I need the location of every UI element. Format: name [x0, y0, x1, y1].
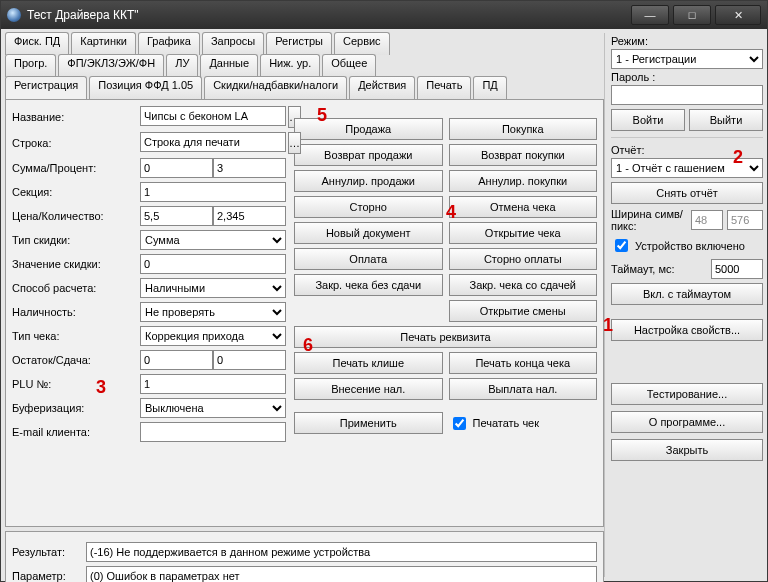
tab-fp-eklz[interactable]: ФП/ЭКЛЗ/ЭЖ/ФН	[58, 54, 164, 77]
chk-device-on-box[interactable]	[615, 239, 628, 252]
mode-select[interactable]: 1 - Регистрации	[611, 49, 763, 69]
width-chars	[691, 210, 723, 230]
title-bar: Тест Драйвера ККТ" — □ ✕	[1, 1, 767, 29]
tab-pd[interactable]: ПД	[473, 76, 506, 99]
label-name: Название:	[12, 111, 124, 123]
remain-input[interactable]	[140, 350, 213, 370]
btn-buy[interactable]: Покупка	[449, 118, 598, 140]
tab-servis[interactable]: Сервис	[334, 32, 390, 55]
tab-positsiya-ffd[interactable]: Позиция ФФД 1.05	[89, 76, 202, 99]
btn-ann-buy[interactable]: Аннулир. покупки	[449, 170, 598, 192]
properties-button[interactable]: Настройка свойств...	[611, 319, 763, 341]
email-input[interactable]	[140, 422, 286, 442]
label-sum-percent: Сумма/Процент:	[12, 162, 124, 174]
btn-print-req[interactable]: Печать реквизита	[294, 326, 597, 348]
width-px	[727, 210, 763, 230]
tab-pechat[interactable]: Печать	[417, 76, 471, 99]
maximize-button[interactable]: □	[673, 5, 711, 25]
timeout-input[interactable]	[711, 259, 763, 279]
pay-method-select[interactable]: Наличными	[140, 278, 286, 298]
chk-print-check[interactable]: Печатать чек	[449, 412, 598, 434]
close-window-button[interactable]: ✕	[715, 5, 761, 25]
btn-print-cliche[interactable]: Печать клише	[294, 352, 443, 374]
line-more-button[interactable]: …	[288, 132, 301, 154]
close-button[interactable]: Закрыть	[611, 439, 763, 461]
label-pay-method: Способ расчета:	[12, 282, 124, 294]
label-cash: Наличность:	[12, 306, 124, 318]
percent-input[interactable]	[213, 158, 286, 178]
tab-dannye[interactable]: Данные	[200, 54, 258, 77]
chk-device-on[interactable]: Устройство включено	[611, 236, 763, 255]
registration-pane: 5 4 6 3 Название: … Продажа Покупка	[5, 99, 604, 527]
btn-ret-buy[interactable]: Возврат покупки	[449, 144, 598, 166]
check-type-select[interactable]: Коррекция прихода	[140, 326, 286, 346]
btn-close-change[interactable]: Закр. чека со сдачей	[449, 274, 598, 296]
status-pane: Результат: Параметр:	[5, 531, 604, 582]
btn-cancel-check[interactable]: Отмена чека	[449, 196, 598, 218]
logout-button[interactable]: Выйти	[689, 109, 763, 131]
btn-storno-pay[interactable]: Сторно оплаты	[449, 248, 598, 270]
btn-new-doc[interactable]: Новый документ	[294, 222, 443, 244]
chk-device-on-label: Устройство включено	[635, 240, 745, 252]
qty-input[interactable]	[213, 206, 286, 226]
section-input[interactable]	[140, 182, 286, 202]
tab-nizh-ur[interactable]: Ниж. ур.	[260, 54, 320, 77]
minimize-button[interactable]: —	[631, 5, 669, 25]
btn-cash-out[interactable]: Выплата нал.	[449, 378, 598, 400]
buffering-select[interactable]: Выключена	[140, 398, 286, 418]
chk-print-check-label: Печатать чек	[473, 417, 540, 429]
cash-select[interactable]: Не проверять	[140, 302, 286, 322]
label-plu: PLU №:	[12, 378, 124, 390]
label-check-type: Тип чека:	[12, 330, 124, 342]
btn-open-check[interactable]: Открытие чека	[449, 222, 598, 244]
plu-input[interactable]	[140, 374, 286, 394]
line-input[interactable]	[140, 132, 286, 152]
btn-ret-sale[interactable]: Возврат продажи	[294, 144, 443, 166]
tab-registry[interactable]: Регистры	[266, 32, 332, 55]
testing-button[interactable]: Тестирование...	[611, 383, 763, 405]
report-select[interactable]: 1 - Отчёт с гашением	[611, 158, 763, 178]
tab-zaprosy[interactable]: Запросы	[202, 32, 264, 55]
label-report: Отчёт:	[611, 144, 763, 156]
btn-pay[interactable]: Оплата	[294, 248, 443, 270]
login-button[interactable]: Войти	[611, 109, 685, 131]
about-button[interactable]: О программе...	[611, 411, 763, 433]
btn-apply[interactable]: Применить	[294, 412, 443, 434]
btn-ann-sale[interactable]: Аннулир. продажи	[294, 170, 443, 192]
disc-val-input[interactable]	[140, 254, 286, 274]
label-param: Параметр:	[12, 570, 86, 582]
chk-print-check-box[interactable]	[453, 417, 466, 430]
btn-cash-in[interactable]: Внесение нал.	[294, 378, 443, 400]
tab-skidki[interactable]: Скидки/надбавки/налоги	[204, 76, 347, 99]
change-input[interactable]	[213, 350, 286, 370]
sum-input[interactable]	[140, 158, 213, 178]
label-email: E-mail клиента:	[12, 426, 124, 438]
tab-progr[interactable]: Прогр.	[5, 54, 56, 77]
enable-timeout-button[interactable]: Вкл. с таймаутом	[611, 283, 763, 305]
tab-fisk-pd[interactable]: Фиск. ПД	[5, 32, 69, 55]
take-report-button[interactable]: Снять отчёт	[611, 182, 763, 204]
tab-row-2: Прогр. ФП/ЭКЛЗ/ЭЖ/ФН ЛУ Данные Ниж. ур. …	[5, 55, 604, 77]
tab-deystviya[interactable]: Действия	[349, 76, 415, 99]
label-buffering: Буферизация:	[12, 402, 124, 414]
tab-kartinki[interactable]: Картинки	[71, 32, 136, 55]
tab-grafika[interactable]: Графика	[138, 32, 200, 55]
client-area: Фиск. ПД Картинки Графика Запросы Регист…	[1, 29, 767, 581]
tab-lu[interactable]: ЛУ	[166, 54, 198, 77]
disc-type-select[interactable]: Сумма	[140, 230, 286, 250]
label-width: Ширина симв/пикс:	[611, 208, 687, 232]
btn-print-end[interactable]: Печать конца чека	[449, 352, 598, 374]
window-title: Тест Драйвера ККТ"	[27, 8, 631, 22]
btn-open-shift[interactable]: Открытие смены	[449, 300, 598, 322]
side-panel: 2 1 Режим: 1 - Регистрации Пароль : Войт…	[604, 33, 763, 577]
tab-registratsiya[interactable]: Регистрация	[5, 76, 87, 100]
name-input[interactable]	[140, 106, 286, 126]
price-input[interactable]	[140, 206, 213, 226]
label-price-qty: Цена/Количество:	[12, 210, 124, 222]
btn-close-nochange[interactable]: Закр. чека без сдачи	[294, 274, 443, 296]
btn-sale[interactable]: Продажа	[294, 118, 443, 140]
tab-row-3: Регистрация Позиция ФФД 1.05 Скидки/надб…	[5, 77, 604, 99]
password-input[interactable]	[611, 85, 763, 105]
btn-storno[interactable]: Сторно	[294, 196, 443, 218]
tab-obshchee[interactable]: Общее	[322, 54, 376, 77]
